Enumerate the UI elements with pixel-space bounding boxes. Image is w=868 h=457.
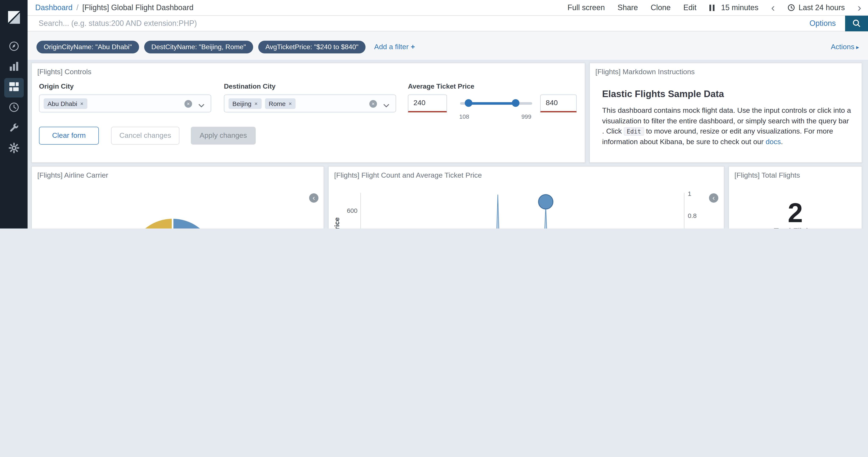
donut-chart[interactable] (129, 219, 216, 228)
refresh-interval-label[interactable]: 15 minutes (721, 3, 758, 12)
combo-tag-label: Beijing (232, 100, 251, 107)
topnav-menu-item[interactable]: Clone (651, 3, 671, 12)
search-input[interactable] (28, 16, 800, 31)
slider-handle-min[interactable] (465, 99, 472, 107)
chevron-down-icon[interactable] (198, 102, 205, 109)
sidebar-item-discover[interactable] (4, 37, 24, 57)
top-navbar: Dashboard / [Flights] Global Flight Dash… (28, 0, 868, 16)
clear-selection-icon[interactable]: × (369, 100, 377, 108)
metric-label: Total Flights (729, 227, 862, 228)
price-max-input[interactable] (540, 95, 577, 112)
kibana-dashboard-app: Dashboard / [Flights] Global Flight Dash… (0, 0, 868, 228)
chevron-down-icon[interactable] (383, 102, 390, 109)
kibana-logo-icon (7, 10, 21, 26)
clear-form-button[interactable]: Clear form (39, 127, 99, 144)
panel-title: [Flights] Airline Carrier (37, 171, 108, 180)
metric-value: 2 (729, 197, 862, 228)
pause-refresh-button[interactable] (709, 4, 714, 11)
tag-remove-icon[interactable]: × (80, 100, 83, 107)
code-edit: Edit (624, 127, 644, 136)
breadcrumb-dashboard-link[interactable]: Dashboard (35, 3, 72, 12)
panel-title: [Flights] Markdown Instructions (595, 68, 695, 76)
slider-max-label: 999 (521, 113, 531, 120)
gear-icon (8, 142, 19, 155)
avg-ticket-price-label: Average Ticket Price (408, 83, 474, 90)
panel-title: [Flights] Total Flights (735, 171, 800, 180)
panel-airline-carrier: [Flights] Airline Carrier ‹ Logstash Air… (31, 166, 324, 228)
price-min-input[interactable] (408, 95, 447, 112)
y2-tick: 0.8 (688, 212, 697, 219)
wrench-icon (9, 123, 19, 134)
caret-right-icon: ▸ (856, 43, 859, 50)
search-button[interactable] (845, 15, 868, 31)
origin-city-combobox[interactable]: Abu Dhabi× × (39, 95, 211, 112)
panel-total-flights: [Flights] Total Flights 2 Total Flights (728, 166, 862, 228)
sidebar-item-management[interactable] (4, 139, 24, 159)
apply-changes-button: Apply changes (191, 127, 256, 144)
sidebar-item-devtools[interactable] (4, 119, 24, 138)
compass-icon (8, 41, 19, 54)
slider-active-range (468, 102, 515, 105)
filter-pill[interactable]: AvgTicketPrice: "$240 to $840" (258, 40, 366, 53)
combo-tag[interactable]: Beijing× (228, 98, 261, 109)
breadcrumb-current: [Flights] Global Flight Dashboard (82, 3, 193, 12)
markdown-heading: Elastic Flights Sample Data (602, 89, 724, 100)
price-range-slider: 108 999 (460, 95, 532, 112)
bar-chart-icon (9, 62, 19, 73)
clock-chart-icon (8, 102, 19, 115)
y-tick: 600 (336, 207, 358, 214)
combo-tag[interactable]: Abu Dhabi× (44, 98, 87, 109)
time-forward-icon[interactable]: › (858, 2, 861, 13)
timeseries-plot[interactable] (329, 167, 724, 228)
panel-title: [Flights] Controls (37, 68, 91, 76)
add-filter-link[interactable]: Add a filter+ (374, 43, 415, 51)
topnav-menu-item[interactable]: Edit (683, 3, 696, 12)
y2-tick: 1 (688, 190, 691, 197)
tag-remove-icon[interactable]: × (288, 100, 292, 107)
filter-pill[interactable]: OriginCityName: "Abu Dhabi" (36, 40, 139, 53)
markdown-body: This dashboard contains mock flight data… (602, 105, 852, 147)
query-bar: Options (28, 16, 868, 31)
clear-selection-icon[interactable]: × (184, 100, 192, 108)
slider-handle-max[interactable] (512, 99, 520, 107)
topnav-actions: Full screenShareCloneEdit 15 minutes ‹ L… (567, 2, 861, 13)
plus-icon: + (411, 43, 415, 51)
origin-city-label: Origin City (39, 83, 74, 90)
slider-min-label: 108 (459, 113, 469, 120)
panel-markdown: [Flights] Markdown Instructions Elastic … (589, 63, 862, 163)
tag-remove-icon[interactable]: × (254, 100, 257, 107)
combo-tag-label: Rome (269, 100, 286, 107)
sidebar (0, 0, 28, 228)
topnav-menu-item[interactable]: Share (618, 3, 638, 12)
options-link[interactable]: Options (809, 19, 836, 28)
sidebar-item-visualize[interactable] (4, 58, 24, 77)
clock-icon (788, 4, 795, 11)
panel-flight-count-price: [Flights] Flight Count and Average Ticke… (328, 166, 724, 228)
docs-link[interactable]: docs (766, 137, 781, 145)
filter-bar: OriginCityName: "Abu Dhabi"DestCityName:… (28, 31, 868, 60)
time-back-icon[interactable]: ‹ (771, 2, 775, 13)
breadcrumb-separator: / (76, 3, 79, 12)
destination-city-label: Destination City (224, 83, 276, 90)
donut-divider (172, 219, 174, 228)
time-range-picker[interactable]: Last 24 hours (788, 3, 845, 12)
cancel-changes-button: Cancel changes (111, 127, 179, 144)
dashboard-grid: [Flights] Controls Origin City Abu Dhabi… (28, 60, 868, 228)
dashboard-icon (9, 82, 19, 94)
panel-controls: [Flights] Controls Origin City Abu Dhabi… (31, 63, 585, 163)
topnav-menu-item[interactable]: Full screen (567, 3, 605, 12)
sidebar-item-dashboard[interactable] (4, 78, 24, 98)
sidebar-item-timelion[interactable] (4, 98, 24, 118)
combo-tag[interactable]: Rome× (265, 98, 296, 109)
filter-actions-link[interactable]: Actions▸ (831, 43, 859, 51)
combo-tag-label: Abu Dhabi (48, 100, 77, 107)
destination-city-combobox[interactable]: Beijing×Rome× × (224, 95, 396, 112)
filter-pill[interactable]: DestCityName: "Beijing, Rome" (144, 40, 253, 53)
left-axis-title: Average Ticket Price (333, 217, 341, 228)
legend-toggle-button[interactable]: ‹ (309, 193, 318, 203)
search-icon (852, 19, 861, 28)
